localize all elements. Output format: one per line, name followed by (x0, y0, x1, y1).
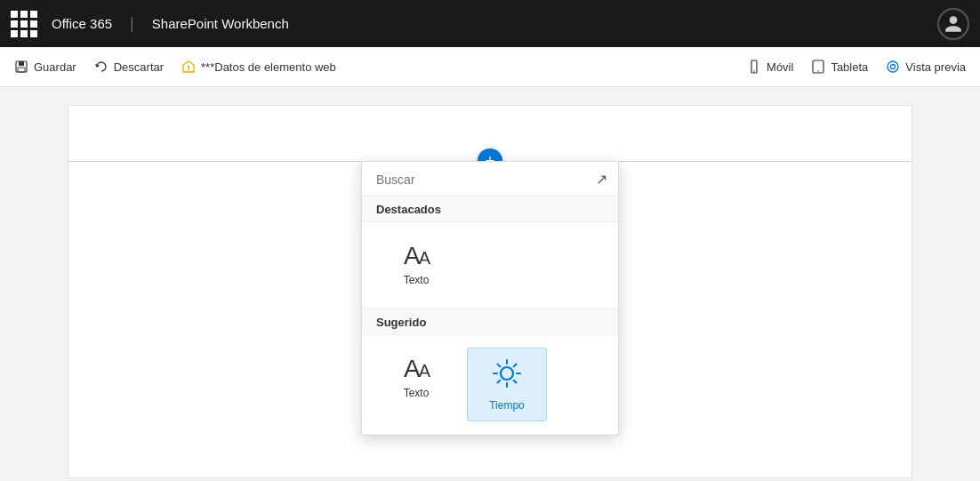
svg-line-15 (514, 381, 517, 383)
webpart-data-label: ***Datos de elemento web (201, 60, 336, 74)
mobile-label: Móvil (767, 60, 793, 74)
suggested-tiempo-item[interactable]: Tiempo (467, 348, 547, 421)
toolbar: Guardar Descartar ***Datos de elemento w… (0, 47, 980, 87)
texto-featured-label: Texto (404, 274, 430, 286)
discard-button[interactable]: Descartar (94, 60, 164, 74)
svg-point-8 (891, 65, 896, 69)
picker-expand-icon[interactable]: ↗ (596, 171, 607, 188)
toolbar-right: Móvil Tableta Vista previa (747, 60, 966, 74)
webpart-picker-dropdown: ↗ Destacados AA Texto Sugerido AA Texto (361, 161, 619, 436)
user-avatar[interactable] (937, 8, 969, 40)
svg-point-6 (818, 70, 820, 72)
featured-texto-item[interactable]: AA Texto (376, 235, 456, 295)
app-name: Office 365 (52, 16, 112, 31)
tablet-button[interactable]: Tableta (811, 60, 868, 74)
texto-suggested-label: Texto (404, 387, 430, 399)
tiempo-suggested-icon (491, 357, 523, 394)
featured-section-header: Destacados (362, 196, 618, 222)
svg-line-16 (514, 365, 517, 367)
mobile-button[interactable]: Móvil (747, 60, 793, 74)
tiempo-suggested-label: Tiempo (489, 399, 525, 412)
top-nav: Office 365 | SharePoint Workbench (0, 0, 980, 47)
picker-search-row: ↗ (362, 162, 618, 196)
svg-point-7 (888, 61, 898, 72)
svg-point-4 (753, 70, 755, 72)
texto-suggested-icon: AA (404, 357, 429, 381)
svg-line-14 (498, 365, 501, 367)
main-area: + ↗ Destacados AA Texto Sugerido (0, 87, 980, 481)
suggested-texto-item[interactable]: AA Texto (376, 348, 456, 421)
preview-label: Vista previa (905, 60, 966, 74)
save-label: Guardar (34, 60, 76, 74)
svg-rect-1 (19, 61, 24, 66)
svg-rect-2 (18, 68, 25, 72)
canvas: + ↗ Destacados AA Texto Sugerido (68, 105, 912, 478)
save-button[interactable]: Guardar (14, 60, 76, 74)
nav-divider: | (130, 14, 134, 33)
tablet-label: Tableta (831, 60, 868, 74)
preview-button[interactable]: Vista previa (886, 60, 966, 74)
picker-search-input[interactable] (376, 172, 596, 187)
featured-items-row: AA Texto (362, 222, 618, 309)
texto-featured-icon: AA (404, 244, 429, 269)
discard-label: Descartar (114, 60, 164, 74)
suggested-items-row: AA Texto (362, 335, 618, 435)
svg-line-17 (498, 381, 501, 383)
suggested-section-header: Sugerido (362, 309, 618, 335)
nav-subtitle: SharePoint Workbench (152, 16, 289, 31)
svg-point-9 (501, 367, 513, 380)
webpart-data-button[interactable]: ***Datos de elemento web (181, 60, 336, 74)
app-grid-icon[interactable] (11, 11, 37, 37)
